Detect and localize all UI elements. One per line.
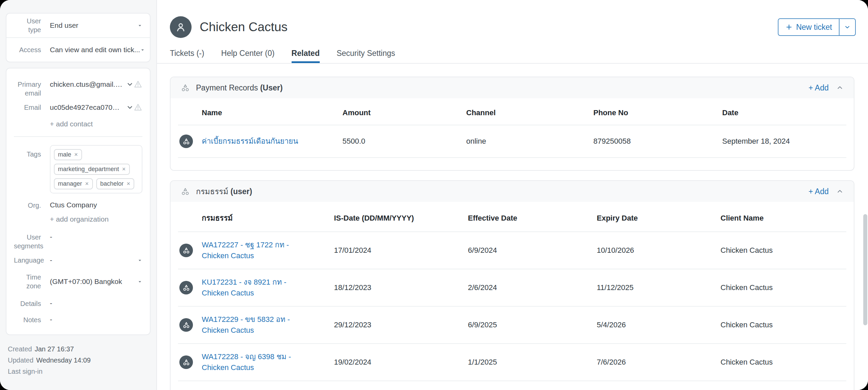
person-icon: [175, 21, 187, 33]
tags-field: Tags male× marketing_department× manager…: [14, 145, 142, 193]
remove-tag-icon[interactable]: ×: [127, 180, 131, 187]
col-policy: กรมธรรม์: [202, 212, 334, 224]
col-client-name: Client Name: [721, 214, 854, 223]
chevron-down-icon: [137, 279, 142, 284]
remove-tag-icon[interactable]: ×: [85, 180, 89, 187]
add-contact-link[interactable]: + add contact: [50, 120, 142, 128]
remove-tag-icon[interactable]: ×: [122, 166, 126, 173]
user-type-select[interactable]: User type End user: [6, 14, 150, 37]
tab-security-settings[interactable]: Security Settings: [337, 49, 395, 63]
warning-triangle-icon: [134, 80, 142, 89]
user-role-card: User type End user Access Can view and e…: [6, 13, 151, 62]
tag-pill: manager×: [54, 178, 93, 189]
add-policy-button[interactable]: + Add: [809, 187, 829, 196]
payment-table-header: Name Amount Channel Phone No Date: [171, 98, 854, 125]
col-date: Date: [722, 108, 854, 117]
add-organization-link[interactable]: + add organization: [50, 215, 142, 223]
cell-expiry: 7/6/2026: [597, 358, 721, 367]
policy-link[interactable]: WA172227 - ชฐ 1722 กท - Chicken Cactus: [202, 240, 334, 261]
record-timestamps: CreatedJan 27 16:37 UpdatedWednesday 14:…: [6, 335, 151, 375]
cell-is-date: 17/01/2024: [334, 246, 468, 255]
policy-row: KU172230 - ฉฐ 7412 อย - Chicken Cactus 2…: [171, 381, 854, 390]
policy-link[interactable]: KU172231 - งจ 8921 กท - Chicken Cactus: [202, 277, 334, 299]
custom-object-icon: [182, 321, 190, 329]
tab-tickets[interactable]: Tickets (-): [170, 49, 204, 63]
policies-header: กรมธรรม์ (user) + Add: [171, 181, 854, 202]
tags-label: Tags: [14, 150, 41, 159]
org-label: Org.: [14, 201, 41, 210]
user-profile-page: User type End user Access Can view and e…: [0, 0, 868, 390]
section-title-text: กรมธรรม์: [196, 187, 231, 196]
user-segments-value: -: [50, 233, 52, 241]
tag-pill: bachelor×: [96, 178, 135, 189]
cell-date: September 18, 2024: [722, 137, 854, 146]
updated-value: Wednesday 14:09: [36, 356, 91, 364]
policy-row: WA172228 - จญ 6398 ชม - Chicken Cactus 1…: [171, 344, 854, 381]
col-name: Name: [202, 108, 342, 117]
policy-link[interactable]: KU172230 - ฉฐ 7412 อย - Chicken Cactus: [202, 389, 334, 390]
access-select[interactable]: Access Can view and edit own tick...: [6, 37, 150, 62]
divider: [14, 136, 142, 137]
cell-effective: 6/9/2025: [468, 321, 597, 329]
access-value: Can view and edit own tick...: [50, 46, 140, 54]
custom-object-icon: [182, 247, 190, 254]
payment-records-section: Payment Records (User) + Add Name Amount…: [170, 77, 854, 171]
custom-object-icon: [181, 83, 190, 93]
notes-value: -: [50, 315, 52, 324]
cell-expiry: 11/12/2025: [597, 283, 721, 292]
chevron-down-icon: [140, 47, 145, 53]
col-effective-date: Effective Date: [468, 214, 597, 223]
main-content: Chicken Cactus New ticket Tickets (-) He…: [157, 0, 868, 390]
user-segments-label: User segments: [14, 233, 41, 250]
tag-pill: marketing_department×: [54, 164, 130, 175]
vertical-scrollbar[interactable]: [863, 214, 867, 325]
add-payment-record-button[interactable]: + Add: [809, 83, 829, 93]
timezone-select[interactable]: Time zone (GMT+07:00) Bangkok: [14, 273, 142, 290]
avatar: [170, 16, 192, 38]
warning-triangle-icon: [134, 103, 142, 112]
cell-client: Chicken Cactus: [721, 358, 854, 367]
record-badge: [179, 318, 193, 332]
cell-is-date: 19/02/2024: [334, 358, 468, 367]
notes-label: Notes: [14, 315, 41, 324]
cell-effective: 1/1/2025: [468, 358, 597, 367]
org-value[interactable]: Ctus Company: [50, 201, 97, 209]
policy-table-header: กรมธรรม์ IS-Date (DD/MM/YYYY) Effective …: [171, 202, 854, 231]
record-badge: [179, 355, 193, 369]
payment-record-link[interactable]: ค่าเบี้ยกรมธรรม์เดือนกันยายน: [202, 136, 342, 147]
record-badge: [179, 135, 193, 148]
primary-email-label: Primary email: [14, 80, 41, 98]
remove-tag-icon[interactable]: ×: [74, 151, 78, 158]
divider: [178, 157, 846, 158]
chevron-down-icon[interactable]: [126, 104, 134, 111]
cell-effective: 2/6/2024: [468, 283, 597, 292]
cell-client: Chicken Cactus: [721, 283, 854, 292]
chevron-down-icon[interactable]: [126, 81, 134, 88]
tab-help-center[interactable]: Help Center (0): [221, 49, 274, 63]
collapse-section-icon[interactable]: [836, 84, 844, 91]
page-title: Chicken Cactus: [200, 20, 288, 34]
chevron-down-icon: [844, 24, 851, 30]
tags-input[interactable]: male× marketing_department× manager× bac…: [50, 145, 142, 193]
email-value[interactable]: uc05de4927eca0708be2a...: [50, 103, 123, 111]
timezone-value: (GMT+07:00) Bangkok: [50, 278, 122, 286]
user-essentials-sidebar: User type End user Access Can view and e…: [0, 0, 157, 390]
col-is-date: IS-Date (DD/MM/YYYY): [334, 214, 468, 223]
timezone-label: Time zone: [14, 273, 41, 290]
details-label: Details: [14, 299, 41, 308]
details-field: Details -: [14, 299, 142, 308]
policy-link[interactable]: WA172228 - จญ 6398 ชม - Chicken Cactus: [202, 351, 334, 373]
payment-record-row: ค่าเบี้ยกรมธรรม์เดือนกันยายน 5500.0 onli…: [171, 125, 854, 157]
collapse-section-icon[interactable]: [836, 188, 844, 195]
cell-amount: 5500.0: [342, 137, 466, 146]
primary-email-field: Primary email chicken.ctus@gmail.com: [14, 80, 142, 98]
new-ticket-button[interactable]: New ticket: [778, 19, 839, 35]
policy-link[interactable]: WA172229 - ขข 5832 อท - Chicken Cactus: [202, 314, 334, 336]
primary-email-value[interactable]: chicken.ctus@gmail.com: [50, 80, 123, 88]
cell-expiry: 5/4/2026: [597, 321, 721, 329]
related-tab-content: Payment Records (User) + Add Name Amount…: [157, 64, 868, 390]
new-ticket-menu-button[interactable]: [839, 19, 855, 35]
language-select[interactable]: Language -: [14, 256, 142, 265]
policy-row: KU172231 - งจ 8921 กท - Chicken Cactus 1…: [171, 269, 854, 306]
tab-related[interactable]: Related: [292, 49, 320, 63]
